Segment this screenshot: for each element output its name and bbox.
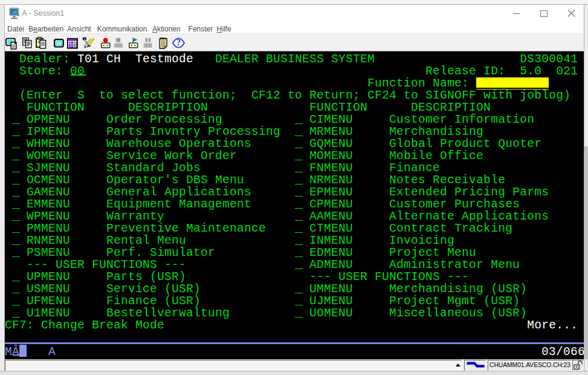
svg-text:?: ?: [176, 38, 181, 47]
